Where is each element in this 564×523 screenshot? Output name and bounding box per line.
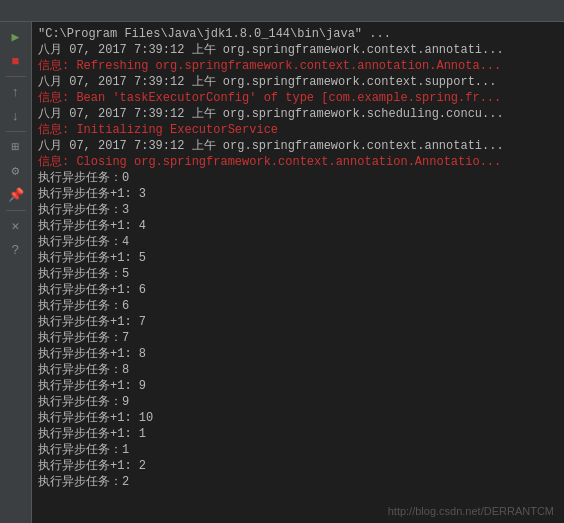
log-line-23: 执行异步任务：9 bbox=[38, 394, 558, 410]
pin-button[interactable]: 📌 bbox=[5, 184, 27, 206]
scroll-up-button[interactable]: ↑ bbox=[5, 81, 27, 103]
main-container: ▶ ■ ↑ ↓ ⊞ ⚙ 📌 ✕ ? "C:\Program Files\Java… bbox=[0, 22, 564, 523]
content-area: "C:\Program Files\Java\jdk1.8.0_144\bin\… bbox=[32, 22, 564, 523]
run-button[interactable]: ▶ bbox=[5, 26, 27, 48]
log-line-20: 执行异步任务+1: 8 bbox=[38, 346, 558, 362]
log-line-7: 八月 07, 2017 7:39:12 上午 org.springframewo… bbox=[38, 138, 558, 154]
left-toolbar: ▶ ■ ↑ ↓ ⊞ ⚙ 📌 ✕ ? bbox=[0, 22, 32, 523]
help-button[interactable]: ? bbox=[5, 239, 27, 261]
settings-button[interactable]: ⚙ bbox=[5, 160, 27, 182]
log-line-18: 执行异步任务+1: 7 bbox=[38, 314, 558, 330]
log-line-6: 信息: Initializing ExecutorService bbox=[38, 122, 558, 138]
log-line-9: 执行异步任务：0 bbox=[38, 170, 558, 186]
log-line-14: 执行异步任务+1: 5 bbox=[38, 250, 558, 266]
log-line-2: 信息: Refreshing org.springframework.conte… bbox=[38, 58, 558, 74]
log-line-1: 八月 07, 2017 7:39:12 上午 org.springframewo… bbox=[38, 42, 558, 58]
toolbar-separator-1 bbox=[6, 76, 26, 77]
console-output[interactable]: "C:\Program Files\Java\jdk1.8.0_144\bin\… bbox=[32, 22, 564, 523]
log-line-19: 执行异步任务：7 bbox=[38, 330, 558, 346]
log-line-17: 执行异步任务：6 bbox=[38, 298, 558, 314]
scroll-down-button[interactable]: ↓ bbox=[5, 105, 27, 127]
stop-button[interactable]: ■ bbox=[5, 50, 27, 72]
log-line-0: "C:\Program Files\Java\jdk1.8.0_144\bin\… bbox=[38, 26, 558, 42]
log-line-10: 执行异步任务+1: 3 bbox=[38, 186, 558, 202]
toolbar-separator-2 bbox=[6, 131, 26, 132]
title-bar-separator bbox=[6, 5, 12, 17]
log-line-28: 执行异步任务：2 bbox=[38, 474, 558, 490]
watermark: http://blog.csdn.net/DERRANTCM bbox=[388, 505, 554, 517]
log-line-24: 执行异步任务+1: 10 bbox=[38, 410, 558, 426]
log-line-4: 信息: Bean 'taskExecutorConfig' of type [c… bbox=[38, 90, 558, 106]
log-line-22: 执行异步任务+1: 9 bbox=[38, 378, 558, 394]
log-line-15: 执行异步任务：5 bbox=[38, 266, 558, 282]
log-line-3: 八月 07, 2017 7:39:12 上午 org.springframewo… bbox=[38, 74, 558, 90]
log-line-5: 八月 07, 2017 7:39:12 上午 org.springframewo… bbox=[38, 106, 558, 122]
log-line-13: 执行异步任务：4 bbox=[38, 234, 558, 250]
log-line-16: 执行异步任务+1: 6 bbox=[38, 282, 558, 298]
log-line-27: 执行异步任务+1: 2 bbox=[38, 458, 558, 474]
close-button[interactable]: ✕ bbox=[5, 215, 27, 237]
layout-button[interactable]: ⊞ bbox=[5, 136, 27, 158]
title-bar bbox=[0, 0, 564, 22]
log-line-11: 执行异步任务：3 bbox=[38, 202, 558, 218]
log-line-8: 信息: Closing org.springframework.context.… bbox=[38, 154, 558, 170]
log-line-25: 执行异步任务+1: 1 bbox=[38, 426, 558, 442]
toolbar-separator-3 bbox=[6, 210, 26, 211]
log-line-12: 执行异步任务+1: 4 bbox=[38, 218, 558, 234]
log-line-21: 执行异步任务：8 bbox=[38, 362, 558, 378]
log-line-26: 执行异步任务：1 bbox=[38, 442, 558, 458]
